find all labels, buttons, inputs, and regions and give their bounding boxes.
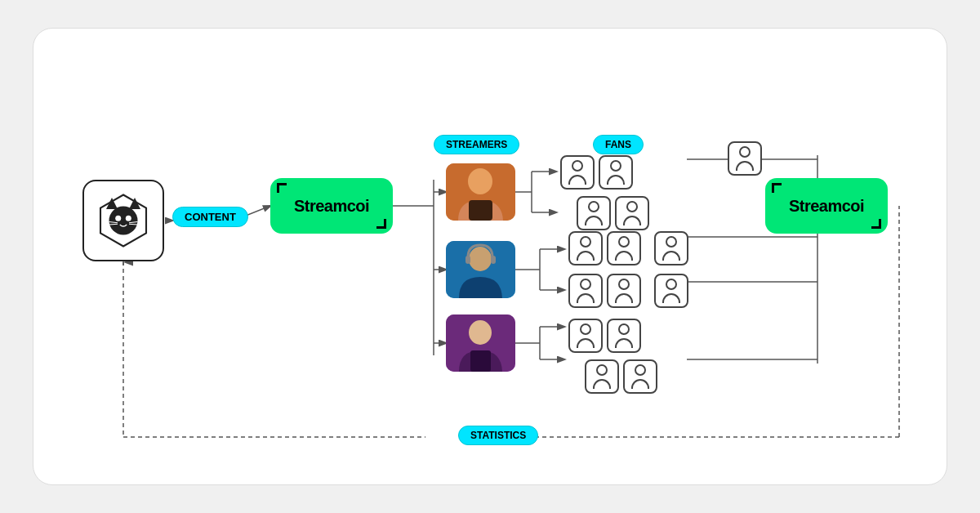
bracket-br-right-icon bbox=[871, 219, 881, 229]
fan-group-2-extra1 bbox=[654, 231, 688, 265]
fan-group-2b bbox=[568, 274, 641, 308]
fan-group-2a bbox=[568, 231, 641, 265]
svg-rect-49 bbox=[470, 350, 491, 372]
streamer-3-image bbox=[446, 314, 515, 372]
svg-rect-42 bbox=[469, 200, 492, 221]
svg-line-39 bbox=[129, 224, 138, 225]
svg-rect-46 bbox=[491, 256, 496, 264]
svg-point-48 bbox=[469, 320, 492, 345]
svg-point-34 bbox=[115, 216, 121, 221]
streamer-2-image bbox=[446, 241, 515, 298]
streamer-3-avatar bbox=[446, 314, 515, 372]
svg-rect-45 bbox=[466, 256, 470, 264]
content-label: CONTENT bbox=[172, 207, 248, 227]
streamcoi-left-box: Streamcoi bbox=[270, 178, 393, 234]
fan-group-1b bbox=[577, 196, 649, 230]
fan-group-1a bbox=[560, 155, 633, 190]
bracket-tl-right-icon bbox=[772, 183, 782, 193]
svg-point-41 bbox=[468, 168, 492, 194]
svg-point-44 bbox=[469, 247, 492, 271]
statistics-label: STATISTICS bbox=[458, 426, 538, 445]
g2-logo-box bbox=[82, 180, 164, 261]
svg-point-35 bbox=[126, 216, 131, 221]
streamcoi-left-text: Streamcoi bbox=[294, 197, 369, 216]
streamer-2-avatar bbox=[446, 241, 515, 298]
svg-line-37 bbox=[109, 224, 118, 225]
streamer-1-avatar bbox=[446, 163, 515, 221]
streamers-label: STREAMERS bbox=[434, 135, 519, 154]
streamcoi-right-text: Streamcoi bbox=[789, 197, 864, 216]
main-card: CONTENT Streamcoi STREAMERS FANS bbox=[33, 28, 947, 485]
fans-label: FANS bbox=[593, 135, 644, 154]
bracket-br-icon bbox=[376, 219, 386, 229]
svg-point-33 bbox=[109, 207, 138, 235]
streamcoi-right-box: Streamcoi bbox=[765, 178, 888, 234]
fan-group-3b bbox=[585, 359, 657, 394]
fan-group-3a bbox=[568, 319, 641, 353]
g2-logo-icon bbox=[95, 192, 152, 249]
fan-group-2-extra2 bbox=[654, 274, 688, 308]
fan-single-top bbox=[728, 141, 762, 176]
bracket-tl-icon bbox=[277, 183, 287, 193]
streamer-1-image bbox=[446, 163, 515, 221]
